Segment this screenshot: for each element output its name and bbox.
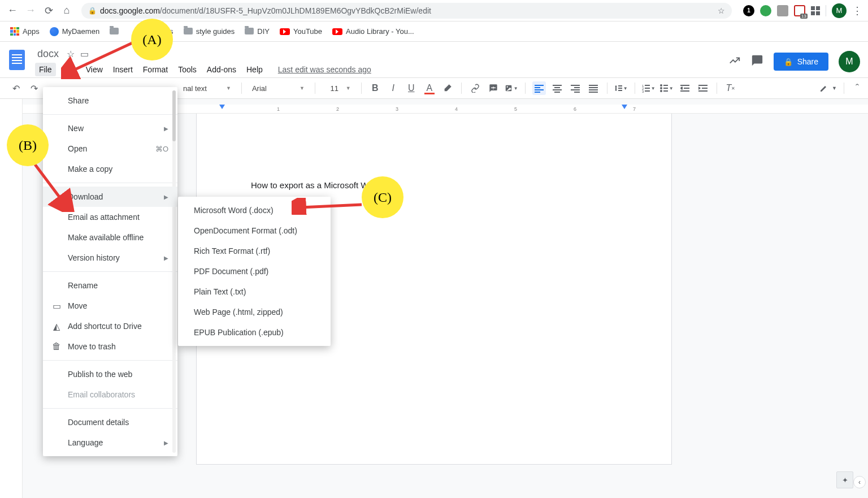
menu-item-email-attachment[interactable]: Email as attachment (43, 207, 177, 227)
menu-item-trash[interactable]: 🗑Move to trash (43, 336, 177, 357)
menu-item-add-shortcut[interactable]: ◭Add shortcut to Drive (43, 316, 177, 336)
bookmark-label: MyDaemen (62, 27, 99, 36)
menu-edit[interactable]: Edit (58, 63, 80, 76)
underline-button[interactable]: U (405, 81, 418, 95)
profile-avatar[interactable]: M (832, 3, 847, 18)
font-select[interactable]: Arial ▼ (249, 84, 308, 93)
bookmark-mydaemen[interactable]: MyDaemen (50, 27, 99, 36)
document-title[interactable]: docx (35, 47, 61, 61)
forward-button[interactable]: → (24, 4, 37, 18)
ext-green[interactable] (760, 5, 771, 16)
menu-item-share[interactable]: Share (43, 90, 177, 111)
menu-item-language[interactable]: Language▶ (43, 432, 177, 453)
indent-increase-button[interactable] (696, 81, 710, 95)
svg-rect-17 (589, 87, 598, 88)
clear-format-button[interactable]: T✕ (724, 81, 737, 95)
star-icon[interactable]: ☆ (67, 49, 75, 59)
svg-rect-4 (535, 85, 544, 86)
highlight-button[interactable] (441, 81, 454, 95)
menu-insert[interactable]: Insert (109, 63, 137, 76)
hide-menus-button[interactable]: ˆ (856, 83, 859, 94)
menu-item-new[interactable]: New▶ (43, 118, 177, 138)
drive-icon: ◭ (51, 321, 62, 332)
back-button[interactable]: ← (6, 4, 19, 18)
numbered-list-button[interactable]: 123▼ (642, 81, 656, 95)
ext-menu[interactable] (811, 6, 820, 15)
home-button[interactable]: ⌂ (60, 4, 73, 18)
svg-rect-16 (589, 85, 598, 86)
align-left-button[interactable] (532, 81, 546, 95)
reload-button[interactable]: ⟳ (42, 4, 55, 18)
link-button[interactable] (468, 81, 482, 95)
menu-help[interactable]: Help (242, 63, 267, 76)
styles-select[interactable]: nal text ▼ (180, 84, 235, 93)
submenu-item-txt[interactable]: Plain Text (.txt) (178, 282, 331, 302)
menu-item-publish[interactable]: Publish to the web (43, 364, 177, 384)
menu-view[interactable]: View (82, 63, 107, 76)
last-edit-link[interactable]: Last edit was seconds ago (278, 65, 371, 74)
bookmark-diy[interactable]: DIY (245, 27, 270, 36)
menu-item-version-history[interactable]: Version history▶ (43, 248, 177, 268)
submenu-item-docx[interactable]: Microsoft Word (.docx) (178, 200, 331, 220)
menu-item-rename[interactable]: Rename (43, 275, 177, 296)
menu-separator (43, 114, 177, 115)
submenu-item-html[interactable]: Web Page (.html, zipped) (178, 302, 331, 322)
submenu-item-pdf[interactable]: PDF Document (.pdf) (178, 261, 331, 282)
submenu-item-epub[interactable]: EPUB Publication (.epub) (178, 322, 331, 343)
menu-format[interactable]: Format (139, 63, 172, 76)
bold-button[interactable]: B (368, 81, 382, 95)
submenu-item-rtf[interactable]: Rich Text Format (.rtf) (178, 241, 331, 261)
account-avatar[interactable]: M (839, 51, 860, 72)
line-spacing-button[interactable]: ▼ (614, 81, 628, 95)
submenu-item-odt[interactable]: OpenDocument Format (.odt) (178, 220, 331, 241)
editing-mode-button[interactable]: ▼ (819, 84, 837, 93)
bookmark-folder-hidden[interactable] (110, 28, 119, 35)
explore-button[interactable]: ✦ (836, 471, 853, 488)
menu-item-move[interactable]: ▭Move (43, 296, 177, 316)
align-justify-button[interactable] (587, 81, 600, 95)
share-button[interactable]: 🔒 Share (774, 53, 828, 71)
ext-ublock[interactable] (794, 5, 805, 16)
bookmark-audiolibrary[interactable]: Audio Library - You... (332, 27, 414, 36)
move-icon[interactable]: ▭ (80, 49, 89, 59)
address-bar[interactable]: 🔒 docs.google.com/document/d/18USFR-5_Hu… (81, 3, 732, 19)
svg-rect-29 (663, 88, 668, 89)
menu-label: Publish to the web (68, 370, 132, 379)
apps-shortcut[interactable]: Apps (10, 27, 40, 36)
menu-item-doc-details[interactable]: Document details (43, 412, 177, 432)
activity-icon[interactable] (728, 54, 741, 70)
undo-button[interactable]: ↶ (9, 81, 23, 95)
comments-icon[interactable] (751, 54, 763, 70)
annotation-b-circle: (B) (7, 124, 49, 166)
lock-icon: 🔒 (784, 58, 793, 66)
italic-button[interactable]: I (387, 81, 400, 95)
image-button[interactable]: ▼ (505, 81, 518, 95)
ext-grey[interactable] (777, 5, 788, 16)
menu-addons[interactable]: Add-ons (203, 63, 240, 76)
right-margin-marker[interactable] (622, 105, 627, 109)
redo-button[interactable]: ↷ (27, 81, 41, 95)
bookmark-youtube[interactable]: YouTube (280, 27, 322, 36)
docs-home-button[interactable] (6, 46, 28, 73)
menu-item-open[interactable]: Open⌘O (43, 138, 177, 159)
ext-circle-1[interactable]: 1 (743, 5, 754, 16)
dropdown-icon: ▼ (300, 85, 305, 91)
menu-label: Version history (68, 253, 120, 262)
menu-tools[interactable]: Tools (174, 63, 201, 76)
align-center-button[interactable] (550, 81, 564, 95)
text-color-button[interactable]: A (423, 81, 436, 95)
menu-item-download[interactable]: Download▶ (43, 187, 177, 207)
side-panel-toggle[interactable]: ‹ (853, 476, 866, 488)
star-icon[interactable]: ☆ (718, 6, 725, 15)
menu-file[interactable]: File (35, 63, 56, 76)
menu-item-make-copy[interactable]: Make a copy (43, 159, 177, 179)
bookmark-styleguides[interactable]: style guides (184, 27, 235, 36)
indent-decrease-button[interactable] (678, 81, 692, 95)
bullet-list-button[interactable]: ▼ (660, 81, 674, 95)
left-margin-marker[interactable] (219, 105, 225, 109)
align-right-button[interactable] (568, 81, 582, 95)
comment-button[interactable] (487, 81, 500, 95)
menu-item-offline[interactable]: Make available offline (43, 227, 177, 248)
chrome-menu[interactable]: ⋮ (852, 5, 862, 17)
fontsize-select[interactable]: 11 ▼ (322, 84, 354, 93)
